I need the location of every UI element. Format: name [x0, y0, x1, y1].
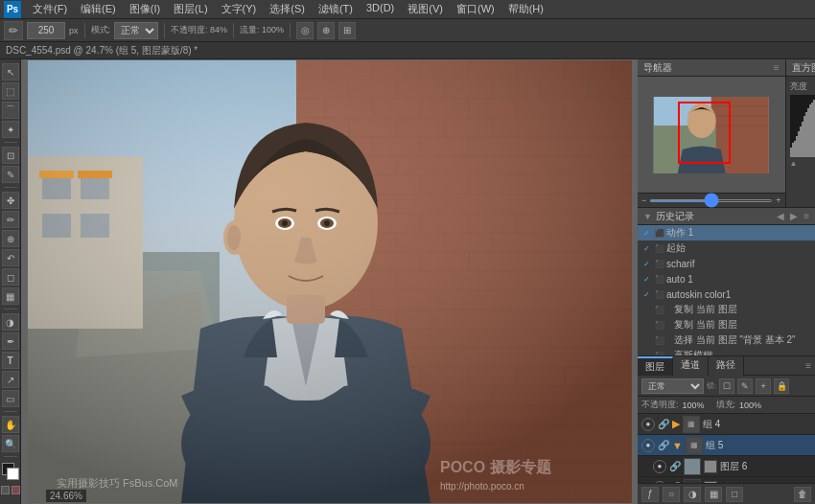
menu-layer[interactable]: 图层(L): [168, 1, 213, 17]
blend-mode-select[interactable]: 正常: [114, 22, 158, 39]
menu-bar: Ps 文件(F) 编辑(E) 图像(I) 图层(L) 文字(Y) 选择(S) 滤…: [0, 0, 815, 19]
lock-position-btn[interactable]: +: [756, 378, 771, 394]
quick-select-tool[interactable]: ✦: [2, 121, 19, 138]
tab-channels[interactable]: 通道: [673, 356, 709, 376]
path-select-tool[interactable]: ↗: [2, 371, 19, 388]
pressure-icon[interactable]: ⊕: [317, 22, 335, 39]
brush-tool[interactable]: ✏: [2, 211, 19, 228]
history-item-4[interactable]: ✓ ⬛ autoskin color1: [638, 286, 815, 302]
tab-paths[interactable]: 路径: [709, 356, 744, 376]
zoom-tool[interactable]: 🔍: [2, 435, 19, 452]
dodge-tool[interactable]: ◑: [2, 313, 19, 331]
crop-tool[interactable]: ⊡: [2, 147, 19, 164]
hand-tool[interactable]: ✋: [2, 416, 19, 433]
move-tool[interactable]: ↖: [2, 63, 19, 80]
canvas-zoom-status: 24.66%: [46, 490, 86, 502]
zoom-in-icon[interactable]: +: [776, 195, 780, 205]
eraser-tool[interactable]: ◻: [2, 268, 19, 286]
brush-size-input[interactable]: [27, 22, 65, 39]
history-item-8[interactable]: ⬛ 高斯模糊: [638, 348, 815, 355]
lock-all-btn[interactable]: 🔒: [774, 378, 789, 394]
eye-group5[interactable]: ●: [641, 439, 655, 452]
delete-layer-btn[interactable]: 🗑: [794, 487, 811, 502]
layers-header-right: ≡: [744, 356, 815, 376]
airbrush-icon[interactable]: ◎: [296, 22, 314, 39]
fg-color[interactable]: [2, 463, 19, 480]
history-item-2[interactable]: ✓ ⬛ scharif: [638, 256, 815, 271]
zoom-out-icon[interactable]: −: [641, 195, 646, 205]
history-icon-0: ⬛: [655, 229, 664, 238]
history-prev-icon[interactable]: ◀: [777, 211, 784, 221]
new-adjustment-btn[interactable]: ◑: [684, 487, 701, 502]
menu-select[interactable]: 选择(S): [264, 1, 311, 17]
navigator-header[interactable]: 导航器 ≡: [638, 59, 785, 77]
history-icon-1: ⬛: [655, 244, 664, 253]
layer-6[interactable]: ● 🔗 图层 6: [638, 456, 815, 477]
shape-tool[interactable]: ▭: [2, 390, 19, 407]
selection-tool[interactable]: ⬚: [2, 82, 19, 100]
zoom-slider[interactable]: [649, 199, 773, 202]
right-panel: 导航器 ≡: [638, 59, 815, 504]
history-item-1[interactable]: ✓ ⬛ 起始: [638, 241, 815, 256]
tab-layers[interactable]: 图层: [638, 356, 673, 376]
type-tool[interactable]: T: [2, 352, 19, 369]
brush-tool-icon[interactable]: ✏: [4, 21, 23, 40]
standard-mode[interactable]: [1, 486, 10, 494]
add-mask-btn[interactable]: ○: [663, 487, 680, 502]
history-check-3: ✓: [643, 275, 655, 284]
layers-blend-select[interactable]: 正常: [641, 378, 704, 394]
add-style-btn[interactable]: ƒ: [641, 487, 659, 502]
history-header[interactable]: ▼ 历史记录 ◀ ▶ ≡: [638, 208, 815, 225]
separator-2: [164, 23, 165, 38]
eye-group4[interactable]: ●: [641, 418, 655, 431]
menu-file[interactable]: 文件(F): [27, 1, 73, 17]
pen-tool[interactable]: ✒: [2, 332, 19, 350]
histogram-header[interactable]: 直方图 ≡: [786, 59, 815, 77]
menu-view[interactable]: 视图(V): [402, 1, 449, 17]
separator-1: [84, 23, 85, 38]
lasso-tool[interactable]: ⌒: [2, 102, 19, 119]
tablet-icon[interactable]: ⊞: [338, 22, 356, 39]
thumb-g5: ▦: [686, 437, 703, 454]
mask-l6: [704, 460, 717, 473]
layer-group-4[interactable]: ● 🔗 ▶ ▦ 组 4: [638, 414, 815, 435]
navigator-menu-icon[interactable]: ≡: [774, 62, 780, 73]
layer-group-5[interactable]: ● 🔗 ▼ ▦ 组 5: [638, 435, 815, 456]
canvas-area[interactable]: 实用摄影技巧 FsBus.CoM POCO 摄影专题 http://photo.…: [21, 59, 638, 504]
history-next-icon[interactable]: ▶: [790, 211, 798, 221]
new-layer-btn[interactable]: □: [726, 487, 743, 502]
history-item-0[interactable]: ✓ ⬛ 动作 1: [638, 225, 815, 241]
gradient-tool[interactable]: ▦: [2, 287, 19, 305]
navigator-thumbnail: [638, 77, 785, 193]
history-menu-icon[interactable]: ≡: [803, 211, 809, 221]
layers-bottom-bar: ƒ ○ ◑ ▦ □ 🗑: [638, 483, 815, 504]
link-icon-g4: 🔗: [658, 419, 669, 429]
quick-mask-mode[interactable]: [12, 486, 20, 494]
layers-menu-icon[interactable]: ≡: [805, 360, 811, 371]
menu-filter[interactable]: 滤镜(T): [313, 1, 359, 17]
clone-tool[interactable]: ⊕: [2, 230, 19, 247]
menu-image[interactable]: 图像(I): [124, 1, 166, 17]
lock-transparent-btn[interactable]: ☐: [719, 378, 734, 394]
tool-sep-1: [4, 142, 17, 143]
history-item-6[interactable]: ⬛ 复制 当前 图层: [638, 317, 815, 332]
menu-text[interactable]: 文字(Y): [216, 1, 263, 17]
eye-layer6[interactable]: ●: [653, 460, 666, 473]
history-brush-tool[interactable]: ↶: [2, 249, 19, 266]
lock-image-btn[interactable]: ✎: [737, 378, 753, 394]
menu-edit[interactable]: 编辑(E): [75, 1, 122, 17]
px-label: px: [69, 26, 79, 35]
history-collapse-icon[interactable]: ▼: [643, 212, 652, 221]
menu-help[interactable]: 帮助(H): [502, 1, 549, 17]
healing-tool[interactable]: ✤: [2, 192, 19, 209]
history-item-5[interactable]: ⬛ 复制 当前 图层: [638, 302, 815, 317]
history-item-7[interactable]: ⬛ 选择 当前 图层 "背景 基本 2": [638, 332, 815, 348]
history-item-3[interactable]: ✓ ⬛ auto 1: [638, 271, 815, 286]
eyedropper-tool[interactable]: ✎: [2, 166, 19, 183]
menu-window[interactable]: 窗口(W): [451, 1, 501, 17]
new-group-btn[interactable]: ▦: [705, 487, 722, 502]
layer-name-l6: 图层 6: [720, 460, 811, 473]
history-label-3: auto 1: [666, 274, 693, 285]
breadcrumb: DSC_4554.psd @ 24.7% (组 5, 图层蒙版/8) *: [6, 44, 198, 57]
menu-3d[interactable]: 3D(D): [361, 1, 400, 17]
